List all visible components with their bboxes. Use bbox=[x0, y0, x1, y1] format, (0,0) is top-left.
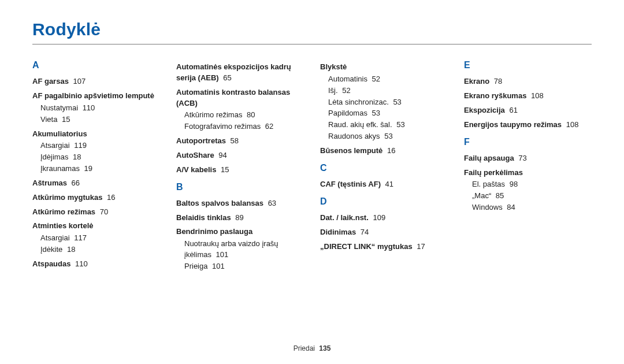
entry-label: „DIRECT LINK“ mygtukas bbox=[320, 242, 413, 251]
index-entry: Aštrumas 66 bbox=[32, 178, 160, 189]
entry-page: 94 bbox=[217, 151, 227, 159]
index-letter: E bbox=[464, 58, 592, 72]
sub-label: „Mac“ bbox=[472, 191, 491, 200]
sub-entry: Nustatymai 110 bbox=[40, 103, 160, 114]
entry-label: Ekrano ryškumas bbox=[464, 91, 526, 100]
sub-label: Įkraunamas bbox=[40, 164, 80, 173]
entry-page: 70 bbox=[98, 207, 108, 216]
sub-entry: Įdėkite 18 bbox=[40, 244, 160, 255]
index-entry: AF pagalbinio apšvietimo lemputė bbox=[32, 91, 160, 102]
page-footer: Priedai 135 bbox=[0, 344, 624, 352]
sub-label: Įdėkite bbox=[40, 245, 62, 254]
sub-entry: Lėta sinchronizac. 53 bbox=[328, 97, 448, 108]
sub-entry: „Mac“ 85 bbox=[472, 191, 592, 202]
sub-page: 15 bbox=[60, 115, 70, 124]
entry-page: 107 bbox=[71, 77, 86, 86]
index-entry: Failų perkėlimas bbox=[464, 168, 592, 179]
index-columns: AAF garsas 107AF pagalbinio apšvietimo l… bbox=[32, 58, 592, 274]
sub-page: 101 bbox=[214, 250, 228, 259]
title-rule bbox=[32, 44, 592, 44]
entry-page: 16 bbox=[105, 193, 115, 202]
entry-page: 61 bbox=[507, 106, 518, 114]
entry-page: 74 bbox=[358, 228, 369, 236]
entry-subs: Nustatymai 110Vieta 15 bbox=[40, 103, 160, 125]
sub-entry: Atsargiai 119 bbox=[40, 140, 160, 151]
page-title: Rodyklė bbox=[32, 20, 592, 39]
sub-label: Nustatymai bbox=[40, 103, 78, 112]
sub-page: 53 bbox=[395, 120, 405, 129]
sub-entry: Išj. 52 bbox=[328, 86, 448, 96]
sub-entry: Prieiga 101 bbox=[184, 261, 304, 272]
sub-page: 18 bbox=[65, 245, 75, 254]
sub-label: Lėta sinchronizac. bbox=[328, 98, 389, 106]
sub-label: Prieiga bbox=[184, 262, 207, 270]
entry-label: Akumuliatorius bbox=[32, 129, 87, 138]
sub-label: El. paštas bbox=[472, 180, 505, 188]
sub-label: Nuotraukų arba vaizdo įrašų įkėlimas bbox=[184, 239, 278, 259]
sub-label: Windows bbox=[472, 203, 503, 211]
index-letter: D bbox=[320, 195, 448, 208]
sub-label: Įdėjimas bbox=[40, 153, 68, 161]
index-entry: Energijos taupymo režimas 108 bbox=[464, 120, 592, 131]
sub-entry: El. paštas 98 bbox=[472, 179, 592, 190]
entry-label: Failų apsauga bbox=[464, 154, 514, 162]
index-entry: Atkūrimo režimas 70 bbox=[32, 207, 160, 218]
entry-subs: Atsargiai 117Įdėkite 18 bbox=[40, 233, 160, 255]
entry-label: Ekrano bbox=[464, 77, 489, 86]
sub-page: 84 bbox=[505, 203, 515, 211]
entry-page: 65 bbox=[221, 73, 232, 82]
sub-page: 85 bbox=[493, 191, 504, 200]
index-entry: „DIRECT LINK“ mygtukas 17 bbox=[320, 242, 448, 252]
sub-label: Papildomas bbox=[328, 109, 367, 117]
sub-page: 80 bbox=[244, 110, 255, 119]
index-entry: Ekrano ryškumas 108 bbox=[464, 91, 592, 102]
entry-page: 73 bbox=[517, 154, 527, 162]
sub-page: 19 bbox=[82, 164, 92, 173]
index-entry: Failų apsauga 73 bbox=[464, 153, 592, 164]
index-entry: Didinimas 74 bbox=[320, 227, 448, 238]
entry-subs: Automatinis 52Išj. 52Lėta sinchronizac. … bbox=[328, 74, 448, 142]
entry-page: 109 bbox=[371, 213, 385, 222]
footer-section: Priedai bbox=[294, 344, 315, 352]
entry-subs: El. paštas 98„Mac“ 85Windows 84 bbox=[472, 179, 592, 213]
index-letter: F bbox=[464, 135, 592, 148]
index-entry: Atspaudas 110 bbox=[32, 259, 160, 270]
index-letter: C bbox=[320, 161, 448, 174]
entry-label: Ekspozicija bbox=[464, 106, 505, 114]
index-column: EEkrano 78Ekrano ryškumas 108Ekspozicija… bbox=[464, 58, 592, 274]
index-column: BlykstėAutomatinis 52Išj. 52Lėta sinchro… bbox=[320, 58, 448, 274]
sub-entry: Raud. akių efk. šal. 53 bbox=[328, 120, 448, 131]
sub-entry: Raudonos akys 53 bbox=[328, 131, 448, 142]
sub-page: 18 bbox=[70, 153, 81, 161]
index-entry: Autoportretas 58 bbox=[176, 136, 304, 147]
entry-label: Atspaudas bbox=[32, 259, 70, 268]
sub-entry: Nuotraukų arba vaizdo įrašų įkėlimas 101 bbox=[184, 239, 304, 261]
sub-label: Išj. bbox=[328, 86, 338, 95]
sub-page: 53 bbox=[382, 132, 393, 140]
sub-entry: Automatinis 52 bbox=[328, 74, 448, 85]
sub-label: Vieta bbox=[40, 115, 57, 124]
index-entry: Atkūrimo mygtukas 16 bbox=[32, 192, 160, 203]
entry-page: 89 bbox=[233, 213, 244, 222]
entry-label: Atkūrimo režimas bbox=[32, 207, 95, 216]
index-entry: CAF (tęstinis AF) 41 bbox=[320, 179, 448, 190]
sub-page: 53 bbox=[370, 109, 380, 117]
sub-label: Atsargiai bbox=[40, 141, 70, 150]
entry-page: 108 bbox=[529, 91, 543, 100]
entry-page: 63 bbox=[266, 199, 276, 207]
entry-label: AF garsas bbox=[32, 77, 69, 86]
index-entry: Automatinis kontrasto balansas (ACB) bbox=[176, 87, 304, 109]
entry-label: Atminties kortelė bbox=[32, 221, 93, 230]
sub-label: Atkūrimo režimas bbox=[184, 110, 242, 119]
sub-page: 98 bbox=[507, 180, 518, 188]
index-entry: Bendrinimo paslauga bbox=[176, 226, 304, 237]
sub-label: Atsargiai bbox=[40, 233, 70, 242]
entry-page: 108 bbox=[564, 120, 578, 129]
sub-entry: Įkraunamas 19 bbox=[40, 164, 160, 174]
entry-label: Failų perkėlimas bbox=[464, 168, 523, 177]
index-entry: A/V kabelis 15 bbox=[176, 165, 304, 176]
index-entry: Blykstė bbox=[320, 62, 448, 73]
entry-label: Automatinis kontrasto balansas (ACB) bbox=[176, 88, 290, 107]
sub-page: 52 bbox=[370, 75, 380, 83]
sub-entry: Įdėjimas 18 bbox=[40, 152, 160, 163]
